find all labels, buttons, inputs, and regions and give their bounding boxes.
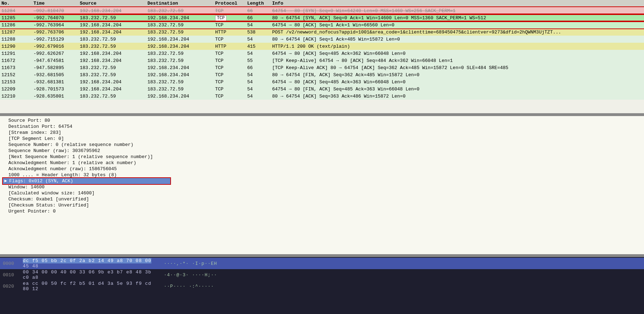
col-header-info: Info xyxy=(272,1,643,6)
hex-ascii: ·4··@·3· ····H;·· xyxy=(164,272,217,278)
cell-src: 183.232.72.59 xyxy=(80,44,147,49)
detail-row: Acknowledgment number (raw): 1586756045 xyxy=(3,166,641,172)
detail-row: Sequence Number: 0 (relative sequence nu… xyxy=(3,142,641,148)
cell-dst: 192.168.234.204 xyxy=(147,44,215,49)
table-row[interactable]: 11285 -992.764070 183.232.72.59 192.168.… xyxy=(0,14,644,21)
detail-row[interactable]: ►Flags: 0x012 (SYN, ACK) xyxy=(3,178,170,184)
cell-len: 54 xyxy=(247,51,272,56)
packet-list: No. Time Source Destination Protocol Len… xyxy=(0,0,644,114)
detail-field-text: Acknowledgment number (raw): 1586756045 xyxy=(3,166,117,172)
detail-field-text: Sequence Number: 0 (relative sequence nu… xyxy=(3,142,134,147)
table-row[interactable]: 11286 -992.763964 192.168.234.204 183.23… xyxy=(0,21,644,28)
cell-src: 192.168.234.204 xyxy=(80,30,147,35)
table-row[interactable]: 12152 -932.681505 183.232.72.59 192.168.… xyxy=(0,71,644,78)
cell-no: 12153 xyxy=(1,79,33,85)
cell-proto: TCP xyxy=(215,79,247,85)
cell-no: 11290 xyxy=(1,44,33,49)
cell-info: 64754 → 80 [ACK] Seq=485 Ack=363 Win=660… xyxy=(272,79,643,85)
cell-no: 11291 xyxy=(1,51,33,56)
cell-time: -928.701573 xyxy=(33,87,80,92)
cell-info: HTTP/1.1 200 OK (text/plain) xyxy=(272,44,643,49)
cell-dst: 183.232.72.59 xyxy=(147,79,215,85)
detail-rows-container: Source Port: 80 Destination Port: 64754 … xyxy=(3,117,641,214)
cell-dst: 192.168.234.204 xyxy=(147,94,215,99)
table-row[interactable]: 12209 -928.701573 192.168.234.204 183.23… xyxy=(0,85,644,93)
cell-len: 54 xyxy=(247,94,272,99)
detail-row: Sequence Number (raw): 3036795962 xyxy=(3,148,641,154)
detail-row: Checksum: 0xabe1 [unverified] xyxy=(3,196,641,202)
hex-bytes-text: 00 34 00 00 40 00 33 06 9b e3 b7 e8 48 3… xyxy=(23,269,151,280)
col-header-src: Source xyxy=(80,1,147,6)
cell-len: 415 xyxy=(247,44,272,49)
table-row[interactable]: 11287 -992.763706 192.168.234.204 183.23… xyxy=(0,28,644,36)
hex-pane: 0000 dc f5 05 bb 2c 0f 2a b2 14 49 a8 70… xyxy=(0,257,644,314)
expand-arrow[interactable]: ► xyxy=(4,178,7,184)
cell-dst: 183.232.72.59 xyxy=(147,87,215,92)
detail-row: Destination Port: 64754 xyxy=(3,124,641,130)
cell-len: 66 xyxy=(247,65,272,70)
cell-src: 192.168.234.204 xyxy=(80,79,147,85)
cell-no: 11672 xyxy=(1,58,33,63)
detail-pane-wrapper: Source Port: 80 Destination Port: 64754 … xyxy=(0,116,644,255)
cell-proto: TCP xyxy=(215,51,247,56)
table-row[interactable]: 11284 -992.810470 192.168.234.204 183.23… xyxy=(0,7,644,14)
cell-info: 80 → 64754 [FIN, ACK] Seq=362 Ack=485 Wi… xyxy=(272,72,643,78)
table-row[interactable]: 11291 -992.626267 192.168.234.204 183.23… xyxy=(0,50,644,57)
cell-src: 192.168.234.204 xyxy=(80,87,147,92)
packet-rows-container: 11284 -992.810470 192.168.234.204 183.23… xyxy=(0,7,644,100)
cell-len: 54 xyxy=(247,87,272,92)
cell-no: 12152 xyxy=(1,72,33,78)
cell-info: 80 → 64754 [ACK] Seq=363 Ack=486 Win=158… xyxy=(272,94,643,99)
cell-time: -932.681381 xyxy=(33,79,80,85)
cell-dst: 183.232.72.59 xyxy=(147,8,215,14)
cell-time: -992.763964 xyxy=(33,22,80,28)
table-row[interactable]: 12153 -932.681381 192.168.234.204 183.23… xyxy=(0,78,644,85)
col-header-dst: Destination xyxy=(147,1,215,6)
cell-no: 11287 xyxy=(1,30,33,35)
hex-normal: 45 48 xyxy=(23,263,38,269)
cell-dst: 192.168.234.204 xyxy=(147,37,215,42)
cell-time: -992.626267 xyxy=(33,51,80,56)
detail-field-text: Urgent Pointer: 0 xyxy=(3,209,56,214)
detail-row: 1000 .... = Header Length: 32 bytes (8) xyxy=(3,172,641,178)
cell-time: -947.582895 xyxy=(33,65,80,70)
cell-dst: 192.168.234.204 xyxy=(147,15,215,21)
hex-bytes: ea cc 00 50 fc f2 b5 01 d4 3a 5e 93 f9 c… xyxy=(23,281,158,292)
cell-info: 80 → 64754 [SYN, ACK] Seq=0 Ack=1 Win=14… xyxy=(272,15,643,21)
detail-field-text: [Calculated window size: 14600] xyxy=(3,190,94,196)
cell-info: 64754 → 80 [ACK] Seq=485 Ack=362 Win=660… xyxy=(272,51,643,56)
cell-no: 12209 xyxy=(1,87,33,92)
cell-dst: 192.168.234.204 xyxy=(147,65,215,70)
table-row[interactable]: 11672 -947.674581 192.168.234.204 183.23… xyxy=(0,57,644,64)
cell-no: 11673 xyxy=(1,65,33,70)
cell-time: -928.635801 xyxy=(33,94,80,99)
cell-src: 183.232.72.59 xyxy=(80,37,147,42)
cell-proto: TCP xyxy=(215,65,247,70)
detail-row: Window: 14600 xyxy=(3,184,641,190)
cell-proto: TCP xyxy=(215,58,247,63)
table-row[interactable]: 11290 -992.679016 183.232.72.59 192.168.… xyxy=(0,43,644,50)
cell-info: 64754 → 80 [FIN, ACK] Seq=485 Ack=363 Wi… xyxy=(272,87,643,92)
detail-row: [Next Sequence Number: 1 (relative seque… xyxy=(3,154,641,160)
table-row[interactable]: 12210 -928.635801 183.232.72.59 192.168.… xyxy=(0,93,644,100)
cell-proto: HTTP xyxy=(215,30,247,35)
cell-len: 54 xyxy=(247,37,272,42)
detail-field-text: Checksum: 0xabe1 [unverified] xyxy=(3,197,89,202)
cell-info: 64754 → 80 [ACK] Seq=1 Ack=1 Win=66560 L… xyxy=(272,22,643,28)
cell-info: POST /v2/newword_nofocus?appid=1001&area… xyxy=(272,30,643,35)
cell-time: -992.679016 xyxy=(33,44,80,49)
hex-bytes: dc f5 05 bb 2c 0f 2a b2 14 49 a8 70 08 0… xyxy=(23,258,158,269)
cell-dst: 183.232.72.59 xyxy=(147,51,215,56)
table-row[interactable]: 11288 -992.715129 183.232.72.59 192.168.… xyxy=(0,36,644,43)
table-row[interactable]: 11673 -947.582895 183.232.72.59 192.168.… xyxy=(0,64,644,71)
detail-field-text: Acknowledgment Number: 1 (relative ack n… xyxy=(3,160,136,166)
cell-src: 192.168.234.204 xyxy=(80,8,147,14)
detail-field-text: Sequence Number (raw): 3036795962 xyxy=(3,148,100,153)
col-header-len: Length xyxy=(247,1,272,6)
col-header-no: No. xyxy=(1,1,33,6)
cell-time: -992.715129 xyxy=(33,37,80,42)
detail-row: Acknowledgment Number: 1 (relative ack n… xyxy=(3,160,641,166)
hex-offset: 0010 xyxy=(3,272,17,278)
cell-proto: TCP xyxy=(215,87,247,92)
cell-len: 55 xyxy=(247,58,272,63)
